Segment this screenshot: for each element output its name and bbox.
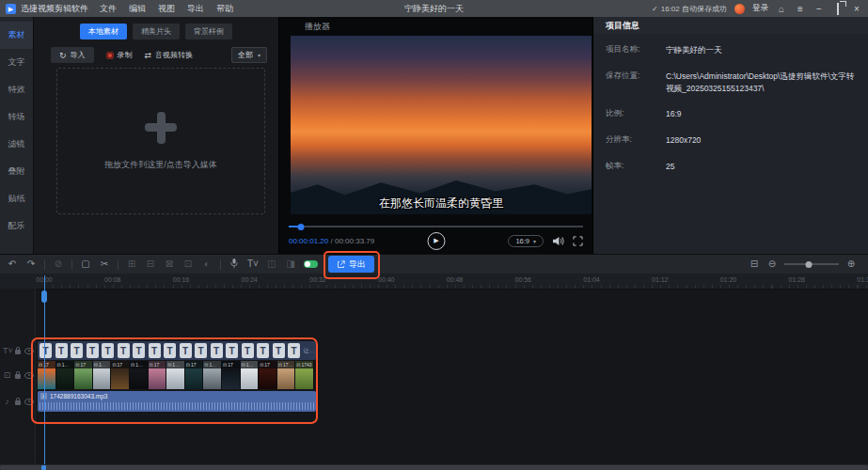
play-button[interactable]: ▶ xyxy=(427,232,445,250)
volume-icon[interactable] xyxy=(552,236,564,246)
speed-icon[interactable]: ◐ xyxy=(201,259,213,269)
subtitle-clip[interactable]: T xyxy=(87,343,99,358)
subtitle-clip[interactable]: T xyxy=(242,343,254,358)
sidebar-item[interactable]: 文字 xyxy=(0,49,33,76)
subtitle-clip[interactable]: T xyxy=(133,343,145,358)
menubar-item[interactable]: 帮助 xyxy=(216,3,233,15)
menubar-item[interactable]: 编辑 xyxy=(129,3,146,15)
lock-icon[interactable] xyxy=(15,350,21,354)
visibility-icon[interactable] xyxy=(24,372,34,379)
home-icon[interactable]: ⌂ xyxy=(776,4,787,14)
subtitle-clip[interactable]: T xyxy=(149,343,161,358)
overlay-icon[interactable]: ⊟ xyxy=(145,259,156,269)
track-magnet-toggle[interactable] xyxy=(304,260,318,268)
video-clip[interactable]: ⊡17 xyxy=(259,361,277,389)
video-clip[interactable]: ⊡17 xyxy=(185,361,204,389)
media-tab[interactable]: 背景样例 xyxy=(185,24,232,39)
seek-bar[interactable] xyxy=(289,226,583,227)
text-tool-icon[interactable]: T˅ xyxy=(247,259,259,269)
video-clip[interactable]: ⊡1… xyxy=(203,361,222,389)
subtitle-clip[interactable]: T xyxy=(102,343,114,358)
mask-icon[interactable]: ⊠ xyxy=(164,259,175,269)
subtitle-clip[interactable]: T xyxy=(39,343,52,358)
video-clip[interactable]: ⊡1… xyxy=(93,361,112,389)
timeline-zoom-slider[interactable] xyxy=(784,263,839,265)
sidebar-item[interactable]: 配乐 xyxy=(0,212,33,240)
video-clip[interactable]: ⊡1… xyxy=(241,361,260,389)
delete-icon[interactable]: ⊘ xyxy=(53,259,64,269)
maximize-button[interactable] xyxy=(832,4,844,14)
aspect-ratio-dropdown[interactable]: 16:9 ▾ xyxy=(508,235,544,247)
fullscreen-icon[interactable] xyxy=(573,236,583,246)
video-clip[interactable]: ⊡1… xyxy=(130,361,149,389)
media-dropzone[interactable]: 拖放文件到这里/点击导入媒体 xyxy=(56,68,265,214)
subtitle-clip[interactable]: T xyxy=(257,343,269,358)
video-clip[interactable]: ⊡17 xyxy=(111,361,130,389)
horizontal-scrollbar[interactable] xyxy=(0,464,868,470)
sidebar-item[interactable]: 素材 xyxy=(0,22,33,49)
sidebar-item[interactable]: 贴纸 xyxy=(0,185,33,212)
sidebar-item[interactable]: 转场 xyxy=(0,103,33,131)
media-tab[interactable]: 本地素材 xyxy=(80,24,127,39)
video-clip[interactable]: ⊡1743 xyxy=(295,361,314,389)
menubar-item[interactable]: 文件 xyxy=(100,3,117,15)
seek-handle[interactable] xyxy=(297,224,304,230)
undo-icon[interactable]: ↶ xyxy=(7,259,18,269)
pip-icon[interactable]: ◫ xyxy=(266,259,277,269)
subtitle-clip[interactable]: T xyxy=(273,343,285,358)
video-clip[interactable]: ⊡1… xyxy=(166,361,185,389)
lock-icon[interactable] xyxy=(15,400,21,405)
sidebar-item[interactable]: 叠附 xyxy=(0,158,33,185)
avatar[interactable] xyxy=(734,4,745,14)
video-clip[interactable]: ⊡17 xyxy=(74,361,93,389)
account-label[interactable]: 登录 xyxy=(752,3,768,14)
menubar-item[interactable]: 视图 xyxy=(158,3,175,15)
minimize-button[interactable]: − xyxy=(813,4,825,14)
media-tab[interactable]: 精美片头 xyxy=(133,24,180,39)
close-button[interactable]: × xyxy=(851,4,862,14)
freeze-frame-icon[interactable]: ⊡ xyxy=(182,259,194,269)
subtitle-clip[interactable]: T xyxy=(180,343,192,358)
subtitle-clip[interactable]: T xyxy=(164,343,176,358)
subtitle-clip[interactable]: T xyxy=(226,343,238,358)
convert-button[interactable]: ⇄ 音视频转换 xyxy=(145,50,194,60)
video-clip[interactable]: ⊡17 xyxy=(222,361,241,389)
voiceover-mic-icon[interactable] xyxy=(229,258,240,271)
video-clip[interactable]: ⊡1… xyxy=(56,361,75,389)
zoom-slider-handle[interactable] xyxy=(806,261,813,268)
zoom-in-icon[interactable]: ⊕ xyxy=(845,259,857,269)
timeline-view-icon[interactable]: ⊟ xyxy=(749,259,760,269)
subtitle-clip[interactable]: T xyxy=(71,343,83,358)
scrollbar-thumb[interactable] xyxy=(0,465,868,470)
subtitle-clip[interactable]: T xyxy=(195,343,207,358)
subtitle-track[interactable]: TTTTTTTTTTTTTTTTT让… xyxy=(38,341,316,360)
video-clip[interactable]: ⊡17… xyxy=(277,361,296,389)
split-icon[interactable]: ✂ xyxy=(99,259,110,269)
timeline-ruler[interactable]: 00:0000:0800:1600:2400:3200:4000:4800:56… xyxy=(0,274,868,290)
record-button[interactable]: 录制 xyxy=(106,50,133,60)
export-button[interactable]: 导出 xyxy=(328,256,374,273)
menu-icon[interactable]: ≡ xyxy=(795,4,806,14)
import-button[interactable]: ↻ 导入 xyxy=(51,47,94,63)
mute-icon[interactable] xyxy=(24,399,34,405)
video-clip[interactable]: ⊡17 xyxy=(38,361,56,389)
subtitle-clip[interactable]: T xyxy=(288,343,300,358)
sidebar-item[interactable]: 滤镜 xyxy=(0,131,33,158)
video-track[interactable]: ⊡17⊡1…⊡17⊡1…⊡17⊡1…⊡17⊡1…⊡17⊡1…⊡17⊡1…⊡17⊡… xyxy=(38,361,314,389)
video-preview[interactable]: 在那悠长而温柔的黄昏里 xyxy=(291,36,592,214)
subtitle-clip[interactable]: T xyxy=(55,343,68,358)
sidebar-item[interactable]: 特效 xyxy=(0,76,33,103)
playhead-handle[interactable] xyxy=(41,290,47,303)
mosaic-icon[interactable]: ⊞ xyxy=(126,259,137,269)
filter-tool-icon[interactable]: ◨ xyxy=(285,259,296,269)
subtitle-clip[interactable]: T xyxy=(211,343,223,358)
zoom-out-icon[interactable]: ⊖ xyxy=(766,259,778,269)
lock-icon[interactable] xyxy=(15,374,21,379)
subtitle-clip[interactable]: T xyxy=(118,343,130,358)
menubar-item[interactable]: 导出 xyxy=(187,3,204,15)
visibility-icon[interactable] xyxy=(24,348,34,354)
filter-dropdown[interactable]: 全部 ▾ xyxy=(231,47,267,63)
crop-icon[interactable]: ▢ xyxy=(80,259,91,269)
subtitle-clip-partial[interactable]: 让… xyxy=(304,347,315,355)
audio-clip[interactable]: ♪ 1742889163043.mp3 xyxy=(38,391,316,412)
